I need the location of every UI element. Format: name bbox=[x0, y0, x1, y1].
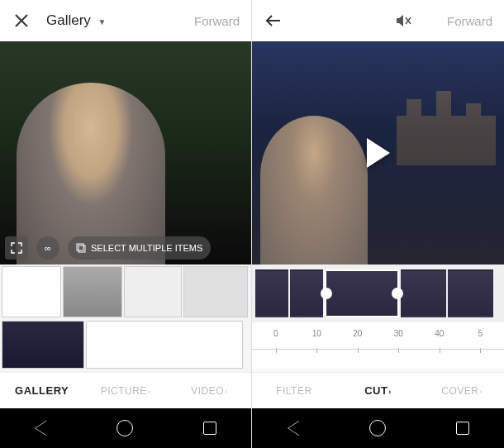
select-multiple-button[interactable]: SELECT MULTIPLE ITEMS bbox=[68, 236, 211, 260]
timeline-clip[interactable] bbox=[448, 269, 493, 317]
timeline: 0 10 20 30 40 5 bbox=[252, 265, 504, 372]
svg-rect-1 bbox=[78, 245, 85, 252]
nav-recent-button[interactable] bbox=[203, 422, 216, 435]
forward-button[interactable]: Forward bbox=[447, 14, 492, 28]
tab-cut-label: CUT bbox=[364, 384, 388, 397]
timeline-clips bbox=[252, 265, 504, 322]
timeline-clip-selected[interactable] bbox=[325, 269, 399, 317]
video-preview[interactable] bbox=[252, 41, 504, 265]
chevron-right-icon: › bbox=[480, 388, 483, 396]
editor-header: Forward bbox=[252, 0, 504, 41]
arrow-left-icon bbox=[265, 13, 282, 28]
media-preview[interactable]: ∞ SELECT MULTIPLE ITEMS bbox=[0, 41, 251, 265]
tab-cover-label: COVER bbox=[441, 385, 478, 397]
ruler-tick: 5 bbox=[460, 329, 502, 338]
left-tabs: GALLERY PICTURE› VIDEO› bbox=[0, 372, 251, 408]
chevron-right-icon: › bbox=[225, 388, 228, 396]
play-button[interactable] bbox=[367, 138, 390, 168]
nav-recent-button[interactable] bbox=[456, 422, 469, 435]
ruler-tick: 10 bbox=[297, 329, 338, 338]
chevron-down-icon: ▼ bbox=[98, 17, 107, 26]
right-tabs: FILTER CUT› COVER› bbox=[252, 372, 504, 408]
nav-home-button[interactable] bbox=[369, 420, 386, 436]
select-multiple-label: SELECT MULTIPLE ITEMS bbox=[91, 243, 202, 253]
ruler-tick: 30 bbox=[378, 329, 420, 338]
gallery-title-label: Gallery bbox=[46, 12, 91, 28]
volume-mute-icon bbox=[395, 13, 413, 28]
gallery-dropdown[interactable]: Gallery ▼ bbox=[46, 12, 107, 29]
tab-picture[interactable]: PICTURE› bbox=[83, 385, 167, 397]
tab-filter[interactable]: FILTER bbox=[252, 385, 336, 397]
preview-overlay-toolbar: ∞ SELECT MULTIPLE ITEMS bbox=[5, 236, 246, 260]
gallery-thumb[interactable] bbox=[183, 266, 248, 317]
forward-button[interactable]: Forward bbox=[194, 14, 240, 28]
infinity-button[interactable]: ∞ bbox=[36, 236, 59, 260]
tab-video[interactable]: VIDEO› bbox=[168, 385, 251, 397]
gallery-panel: Gallery ▼ Forward ∞ SELECT MULTIPLE ITEM… bbox=[0, 0, 252, 448]
tab-video-label: VIDEO bbox=[191, 385, 224, 397]
expand-button[interactable] bbox=[5, 236, 28, 260]
gallery-thumb[interactable] bbox=[86, 321, 243, 369]
preview-content bbox=[260, 116, 368, 265]
gallery-thumb[interactable] bbox=[2, 266, 61, 317]
chevron-right-icon: › bbox=[148, 388, 151, 396]
timeline-clip[interactable] bbox=[401, 269, 446, 317]
android-nav-bar bbox=[252, 408, 504, 448]
expand-icon bbox=[11, 242, 22, 254]
preview-background bbox=[397, 83, 496, 165]
tab-cover[interactable]: COVER› bbox=[420, 385, 504, 397]
ruler-tick: 0 bbox=[255, 329, 297, 338]
gallery-thumb[interactable] bbox=[2, 321, 84, 369]
gallery-thumbnails bbox=[0, 265, 251, 372]
gallery-header: Gallery ▼ Forward bbox=[0, 0, 251, 41]
ruler-tick: 40 bbox=[419, 329, 460, 338]
close-button[interactable] bbox=[12, 11, 31, 31]
nav-back-button[interactable] bbox=[288, 421, 299, 436]
tab-cut[interactable]: CUT› bbox=[336, 384, 421, 397]
stack-icon bbox=[76, 243, 86, 253]
tab-gallery[interactable]: GALLERY bbox=[0, 384, 83, 397]
ruler-tick: 20 bbox=[337, 329, 378, 338]
editor-panel: Forward 0 10 20 30 40 5 FILTER CUT› COVE… bbox=[252, 0, 504, 448]
tab-picture-label: PICTURE bbox=[101, 385, 147, 397]
timeline-clip[interactable] bbox=[290, 269, 323, 317]
gallery-thumb[interactable] bbox=[63, 266, 122, 317]
back-button[interactable] bbox=[264, 11, 283, 31]
gallery-thumb[interactable] bbox=[124, 266, 182, 317]
nav-back-button[interactable] bbox=[35, 421, 46, 436]
timeline-ruler[interactable]: 0 10 20 30 40 5 bbox=[252, 322, 504, 368]
chevron-right-icon: › bbox=[388, 388, 392, 396]
infinity-icon: ∞ bbox=[45, 243, 51, 253]
android-nav-bar bbox=[0, 408, 251, 448]
nav-home-button[interactable] bbox=[116, 420, 133, 436]
mute-button[interactable] bbox=[394, 11, 414, 31]
svg-rect-0 bbox=[77, 244, 83, 250]
timeline-clip[interactable] bbox=[255, 269, 288, 317]
